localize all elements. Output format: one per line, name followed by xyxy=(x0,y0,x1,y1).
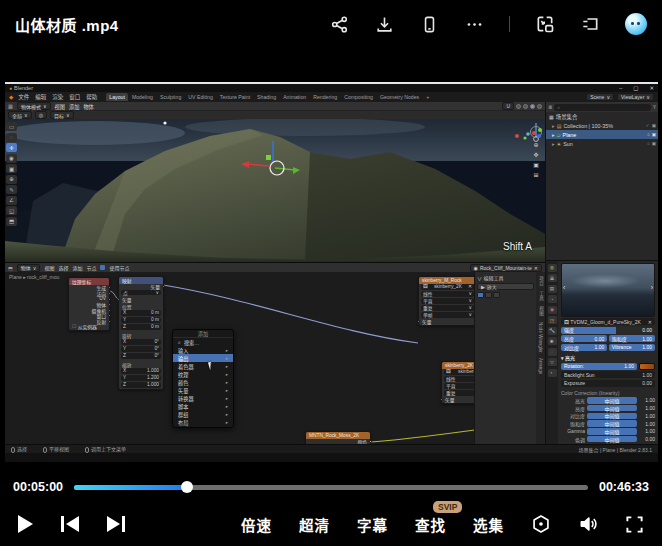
section-header[interactable]: ▾ 高光 xyxy=(561,354,655,361)
sidebar-tab-item[interactable]: 项目 xyxy=(538,276,544,285)
filter-icon[interactable]: ≣ xyxy=(548,104,552,110)
sidebar-tab-view[interactable]: 视图 xyxy=(538,306,544,315)
next-arrow-icon[interactable]: › xyxy=(651,284,653,291)
orientation-dropdown[interactable]: 全局 ∨ xyxy=(8,111,32,119)
menu-item-converter[interactable]: 转换器▸ xyxy=(173,394,233,402)
vibrance-button[interactable]: Vibrance1.00 xyxy=(609,344,655,351)
download-icon[interactable] xyxy=(374,14,394,34)
mode-dropdown[interactable]: 物体模式 ∨ xyxy=(17,102,51,110)
tab-uv-editing[interactable]: UV Editing xyxy=(185,93,216,101)
object-tab-icon[interactable]: ◳ xyxy=(548,316,557,324)
hdri-name-field[interactable]: 🖼 TVDM2_Gloom_d_PureSky_2K✕ xyxy=(561,318,655,325)
toggle-icon[interactable] xyxy=(477,292,484,298)
shader-menu-select[interactable]: 选择 xyxy=(58,264,68,271)
outliner-row-plane[interactable]: ▸ ▱ Plane ○▣ xyxy=(546,130,658,139)
transform-icon[interactable]: ⊕ xyxy=(6,175,17,184)
outliner-row-collection[interactable]: ▸ ▤ Collection | 100-35% ✓▣ xyxy=(546,121,658,130)
funnel-icon[interactable]: 𝖸 xyxy=(653,104,656,110)
expand-icon[interactable]: ▸ xyxy=(552,132,555,138)
menu-edit[interactable]: 编辑 xyxy=(34,93,47,101)
menu-item-vector[interactable]: 矢量▸ xyxy=(173,386,233,394)
sidebar-tab-node-wrangler[interactable]: Node Wrangler xyxy=(538,322,543,353)
rotation-button[interactable]: Rotation:1.00 xyxy=(561,363,637,370)
camera-icon[interactable]: ▣ xyxy=(652,123,656,128)
record-icon[interactable] xyxy=(531,514,551,534)
cc-mid-button[interactable]: 中间值 xyxy=(587,397,637,403)
measure-icon[interactable]: ∠ xyxy=(6,196,17,205)
shading-rendered-icon[interactable] xyxy=(537,104,542,109)
menu-item-output[interactable]: 输出▸ xyxy=(173,354,233,362)
scale-icon[interactable]: ▣ xyxy=(6,164,17,173)
zoom-icon[interactable]: ⊕ xyxy=(533,142,538,148)
scene-selector[interactable]: Scene ∨ xyxy=(586,93,614,101)
sidebar-panel-title[interactable]: ∨ 编辑工具 xyxy=(477,274,534,281)
tab-layout[interactable]: Layout xyxy=(106,93,128,101)
extrude-icon[interactable]: ⬒ xyxy=(6,217,17,226)
viewlayer-tab-icon[interactable]: ▤ xyxy=(548,285,557,293)
scene-tab-icon[interactable]: ◔ xyxy=(548,295,557,303)
menu-item-shader[interactable]: 着色器▸ xyxy=(173,362,233,370)
strength-slider[interactable]: 强度 0.00 xyxy=(561,327,655,334)
viewport-menu-add[interactable]: 添加 xyxy=(69,103,79,110)
add-cube-icon[interactable]: ◱ xyxy=(6,206,17,215)
physics-tab-icon[interactable]: ◌ xyxy=(548,348,557,356)
snap-magnet-icon[interactable]: U xyxy=(502,102,514,110)
maximize-icon[interactable]: ▢ xyxy=(633,85,638,91)
3d-viewport[interactable]: ▭ ◌ ✛ ◉ ▣ ⊕ ✎ ∠ ◱ ⬒ xyxy=(5,119,545,262)
camera-icon[interactable]: ▣ xyxy=(652,132,656,137)
share-icon[interactable] xyxy=(329,14,349,34)
sidebar-tab-tool[interactable]: 工具 xyxy=(538,291,544,300)
camera-icon[interactable]: ▣ xyxy=(533,162,539,168)
previous-button[interactable] xyxy=(61,516,79,532)
tab-shading[interactable]: Shading xyxy=(254,93,279,101)
node-image-texture-a[interactable]: skinberry_M_Rock 🖼skinberry_2K✕ 线性∨ 平直∨ … xyxy=(418,276,477,326)
grid-icon[interactable]: ⊞ xyxy=(533,172,538,178)
subtitles-button[interactable]: 字幕 xyxy=(357,514,388,535)
seek-bar-thumb[interactable] xyxy=(181,481,193,493)
video-frame[interactable]: ● Blender – ▢ ✕ ◆ 文件 编辑 渲染 窗口 帮助 Layout … xyxy=(5,82,658,462)
node-mapping[interactable]: 映射 矢量 点∨ 矢量 位置 X0 m Y0 m Z0 m 旋转 X0° Y0°… xyxy=(118,276,164,390)
menu-item-group[interactable]: 群组▸ xyxy=(173,410,233,418)
prev-arrow-icon[interactable]: ‹ xyxy=(563,284,565,291)
color-swatch[interactable] xyxy=(639,363,655,370)
menu-item-script[interactable]: 脚本▸ xyxy=(173,402,233,410)
contrast-button[interactable]: 对比度1.00 xyxy=(561,344,607,351)
play-button[interactable] xyxy=(18,515,33,533)
shading-material-icon[interactable] xyxy=(530,104,535,109)
move-icon[interactable]: ✛ xyxy=(6,143,17,152)
node-header[interactable]: skinberry_M_Rock xyxy=(419,277,476,284)
particles-tab-icon[interactable]: ✱ xyxy=(548,337,557,345)
render-tab-icon[interactable]: ◍ xyxy=(548,264,557,272)
camera-icon[interactable]: ▣ xyxy=(652,141,656,146)
speed-button[interactable]: 倍速 xyxy=(241,514,272,535)
expand-icon[interactable]: ▸ xyxy=(552,123,555,129)
toggle-icon[interactable] xyxy=(485,292,492,298)
backlight-field[interactable]: Backlight Sun1.00 xyxy=(561,371,655,378)
material-selector[interactable]: ◉ Rock_Cliff_Mountain-te ✕ xyxy=(470,264,542,272)
menu-item-color[interactable]: 颜色▸ xyxy=(173,378,233,386)
menu-render[interactable]: 渲染 xyxy=(51,93,64,101)
viewport-menu-object[interactable]: 物体 xyxy=(83,103,93,110)
material-tab-icon[interactable]: ◐ xyxy=(548,369,557,377)
shader-menu-add[interactable]: 添加 xyxy=(72,264,82,271)
output-tab-icon[interactable]: 🖶 xyxy=(548,274,557,282)
pan-icon[interactable]: ✥ xyxy=(533,152,538,158)
tab-geometry-nodes[interactable]: Geometry Nodes xyxy=(377,93,422,101)
world-tab-icon[interactable]: ◉ xyxy=(548,306,557,314)
shader-editor[interactable]: ⬒ 物体 ∨ 视图 选择 添加 节点 使用节点 ◉ Rock_Cliff_Mou… xyxy=(5,262,545,453)
viewport-menu-view[interactable]: 视图 xyxy=(55,103,65,110)
cc-mid-button[interactable]: 中间值 xyxy=(587,420,637,426)
more-icon[interactable] xyxy=(464,14,484,34)
pip-icon[interactable] xyxy=(535,14,555,34)
close-icon[interactable]: ✕ xyxy=(648,319,652,325)
exposure-field[interactable]: Exposure0.00 xyxy=(561,380,655,387)
cc-mid-button[interactable]: 中间值 xyxy=(587,405,637,411)
axis-gizmo[interactable] xyxy=(530,126,542,138)
sidebar-tab-arrange[interactable]: Arrange xyxy=(538,358,543,374)
tab-compositing[interactable]: Compositing xyxy=(341,93,376,101)
menu-item-input[interactable]: 输入▸ xyxy=(173,346,233,354)
tab-rendering[interactable]: Rendering xyxy=(310,93,340,101)
outliner-search-input[interactable]: ⌕ xyxy=(554,104,651,111)
tab-add-workspace[interactable]: + xyxy=(423,93,432,101)
phone-icon[interactable] xyxy=(419,14,439,34)
